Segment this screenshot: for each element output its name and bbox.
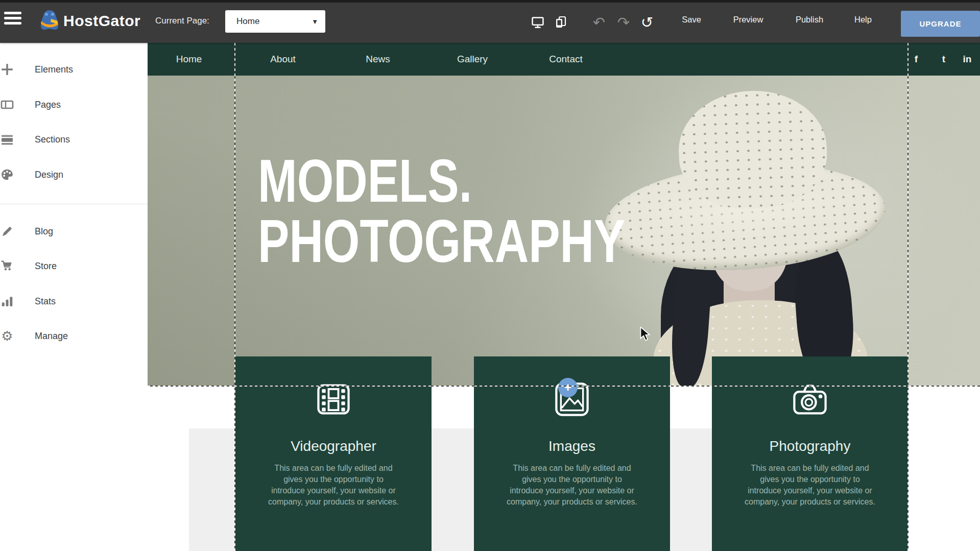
preview-button[interactable]: Preview xyxy=(733,15,763,25)
gear-icon: ⚙ xyxy=(0,328,15,344)
mobile-preview-icon[interactable] xyxy=(552,14,569,31)
sections-icon xyxy=(0,132,15,147)
sidebar-item-pages[interactable]: Pages xyxy=(0,96,148,113)
hostgator-logo: HostGator xyxy=(39,9,140,33)
section-guide-left xyxy=(234,43,235,551)
card-title: Photography xyxy=(770,438,851,454)
cart-icon xyxy=(0,258,15,274)
plus-icon xyxy=(0,62,15,77)
card-body: This area can be fully edited and gives … xyxy=(743,463,877,508)
site-nav-gallery[interactable]: Gallery xyxy=(457,54,488,65)
site-nav-contact[interactable]: Contact xyxy=(549,54,582,65)
sidebar-item-store[interactable]: Store xyxy=(0,257,148,275)
sidebar-item-sections[interactable]: Sections xyxy=(0,131,148,148)
sidebar-item-stats[interactable]: Stats xyxy=(0,293,148,310)
facebook-icon[interactable]: f xyxy=(915,54,918,65)
website-builder-app: HostGator Current Page: Home ▼ ↶ ↷ xyxy=(0,0,980,551)
undo-icon[interactable]: ↶ xyxy=(590,14,608,31)
site-canvas: Home About News Gallery Contact f t in xyxy=(148,43,980,551)
history-icon[interactable]: ↺ xyxy=(638,14,656,31)
card-title: Images xyxy=(548,438,595,454)
current-page-label: Current Page: xyxy=(155,16,209,26)
brand-name: HostGator xyxy=(63,12,140,30)
menu-icon[interactable] xyxy=(4,12,21,27)
add-image-badge[interactable]: + xyxy=(558,378,578,397)
bar-chart-icon xyxy=(0,294,15,309)
sidebar-item-design[interactable]: Design xyxy=(0,166,148,183)
section-guide-right xyxy=(907,43,909,551)
hostgator-gator-icon xyxy=(39,9,60,33)
page-dropdown[interactable]: Home ▼ xyxy=(225,10,325,33)
site-nav-home[interactable]: Home xyxy=(176,54,202,65)
card-body: This area can be fully edited and gives … xyxy=(267,463,400,508)
builder-sidebar: Elements Pages Sections Design xyxy=(0,43,148,551)
top-strip xyxy=(0,0,980,3)
mouse-cursor xyxy=(639,327,652,344)
site-nav-news[interactable]: News xyxy=(366,54,390,65)
hero-title-line2: PHOTOGRAPHY xyxy=(258,211,625,271)
hero-section[interactable]: MODELS. PHOTOGRAPHY xyxy=(148,76,980,386)
card-body: This area can be fully edited and gives … xyxy=(505,463,639,508)
twitter-icon[interactable]: t xyxy=(942,54,945,65)
card-title: Videographer xyxy=(291,438,376,454)
chevron-down-icon: ▼ xyxy=(312,18,318,26)
section-guide-bottom xyxy=(148,386,980,387)
redo-icon[interactable]: ↷ xyxy=(615,14,632,31)
pencil-icon xyxy=(0,224,15,239)
hero-title-line1: MODELS. xyxy=(258,151,625,211)
sidebar-item-elements[interactable]: Elements xyxy=(0,61,148,78)
help-button[interactable]: Help xyxy=(854,15,872,25)
site-navbar: Home About News Gallery Contact f t in xyxy=(148,43,980,76)
page-dropdown-value: Home xyxy=(236,16,259,27)
desktop-preview-icon[interactable] xyxy=(529,14,546,31)
publish-button[interactable]: Publish xyxy=(796,15,823,25)
sidebar-item-blog[interactable]: Blog xyxy=(0,223,148,240)
hero-title[interactable]: MODELS. PHOTOGRAPHY xyxy=(258,151,625,271)
sidebar-divider xyxy=(0,204,148,204)
pages-icon xyxy=(0,97,15,112)
sidebar-item-manage[interactable]: ⚙ Manage xyxy=(0,327,148,345)
palette-icon xyxy=(0,167,15,182)
site-nav-about[interactable]: About xyxy=(270,54,296,65)
linkedin-icon[interactable]: in xyxy=(963,54,972,65)
save-button[interactable]: Save xyxy=(682,15,701,25)
upgrade-button[interactable]: UPGRADE xyxy=(901,11,980,37)
toolbar: HostGator Current Page: Home ▼ ↶ ↷ xyxy=(0,3,980,43)
